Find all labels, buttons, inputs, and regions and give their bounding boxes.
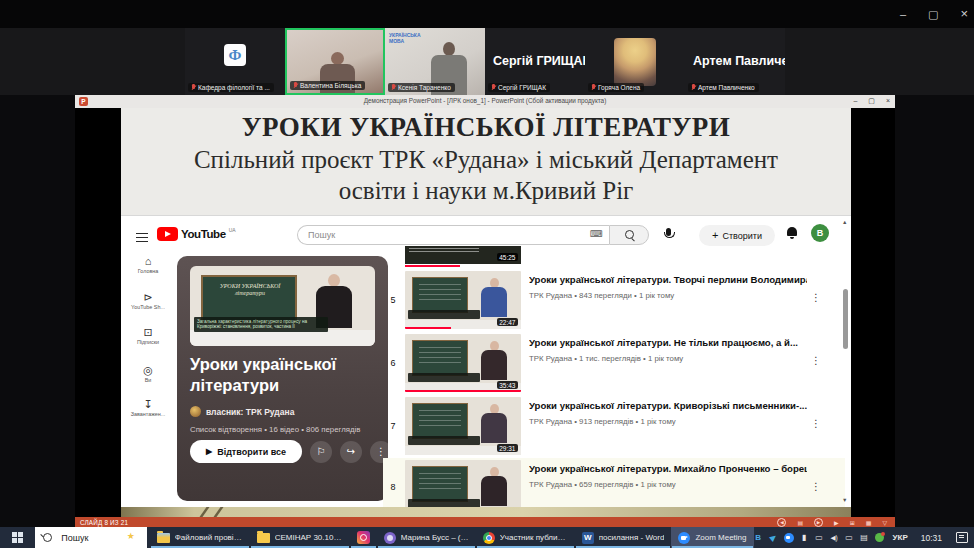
- video-thumbnail[interactable]: 35:43: [405, 334, 521, 392]
- search-icon: [625, 230, 634, 239]
- playlist-owner[interactable]: власник: ТРК Рудана: [190, 406, 294, 417]
- slideshow-view-button[interactable]: ▶: [834, 519, 839, 526]
- pen-tools-button[interactable]: ▤: [797, 519, 803, 526]
- video-duration: 45:25: [497, 253, 518, 261]
- video-title[interactable]: Уроки української літератури. Творчі пер…: [529, 274, 807, 285]
- participant-tile-bilyatska[interactable]: Валентина Біляцька: [285, 28, 385, 95]
- notifications-icon[interactable]: [787, 227, 797, 236]
- keyboard-icon[interactable]: ⌨: [590, 229, 603, 239]
- taskbar-app-file-explorer[interactable]: Файловий провід...: [150, 527, 250, 548]
- speaker-icon[interactable]: ◀): [830, 527, 839, 548]
- taskbar-app-messenger[interactable]: Марина Бусс – (1...: [377, 527, 476, 548]
- language-indicator[interactable]: УКР: [890, 533, 911, 542]
- playlist-title[interactable]: Уроки української літератури: [190, 354, 380, 396]
- next-slide-button[interactable]: ▶: [814, 518, 823, 527]
- video-index: 6: [385, 358, 401, 368]
- sidebar-item-home[interactable]: ⌂ Головна: [121, 255, 175, 274]
- participant-tile-kafedra[interactable]: Ф Кафедра філології та ...: [185, 28, 285, 95]
- display-icon[interactable]: ▭: [845, 527, 854, 548]
- participant-tile-taranenko[interactable]: УКРАЇНСЬКА МОВА Ксенія Тараненко: [385, 28, 485, 95]
- zoom-close-button[interactable]: ×: [960, 6, 968, 22]
- search-button[interactable]: [609, 225, 649, 245]
- profile-icon: ◎: [121, 364, 175, 376]
- video-menu-button[interactable]: ⋮: [811, 292, 821, 303]
- save-playlist-button[interactable]: ⚐: [310, 441, 332, 463]
- action-center-icon[interactable]: [956, 532, 968, 543]
- video-meta: ТРК Рудана • 1 тис. переглядів • 1 рік т…: [529, 354, 683, 363]
- video-thumbnail[interactable]: [405, 460, 521, 508]
- taskbar-app-word[interactable]: W посилання - Word: [575, 527, 672, 548]
- presenter-status-bar: СЛАЙД 8 ИЗ 21 ◀ ▤ ▶ ▶ ⊞ ▦ ▽: [75, 517, 895, 527]
- taskbar-search-input[interactable]: Пошук ★: [35, 527, 146, 548]
- video-thumbnail[interactable]: 22:47: [405, 271, 521, 329]
- taskbar-app-chrome[interactable]: Участник публика...: [476, 527, 575, 548]
- word-icon: W: [582, 532, 594, 544]
- play-all-button[interactable]: ▶ Відтворити все: [190, 440, 302, 463]
- sidebar-item-subscriptions[interactable]: ⊡ Підписки: [121, 326, 175, 345]
- playlist-thumbnail[interactable]: УРОКИ УКРАЇНСЬКОЇ літератури Загальна ха…: [190, 266, 375, 346]
- video-thumbnail[interactable]: 45:25: [405, 246, 521, 264]
- account-avatar[interactable]: B: [811, 224, 829, 242]
- video-menu-button[interactable]: ⋮: [811, 355, 821, 366]
- screen-capture-icon[interactable]: ▭: [815, 527, 824, 548]
- previous-slide-button[interactable]: ◀: [777, 518, 786, 527]
- participant-avatar-photo: [614, 38, 656, 86]
- video-title[interactable]: Уроки української літератури. Михайло Пр…: [529, 463, 807, 474]
- video-thumbnail[interactable]: 29:31: [405, 397, 521, 455]
- more-options-button[interactable]: ▽: [882, 519, 887, 526]
- zoom-maximize-button[interactable]: ▢: [928, 6, 938, 22]
- telegram-icon[interactable]: ▶: [764, 527, 782, 547]
- menu-icon[interactable]: [136, 233, 148, 242]
- voice-search-icon[interactable]: [666, 228, 671, 236]
- clock[interactable]: 10:31: [917, 533, 946, 543]
- sidebar-item-shorts[interactable]: ⊳ YouTube Sh...: [121, 291, 175, 310]
- video-menu-button[interactable]: ⋮: [811, 481, 821, 492]
- zoom-window-titlebar: – ▢ ×: [0, 0, 974, 28]
- search-input[interactable]: Пошук ⌨: [297, 225, 609, 245]
- zoom-view-button[interactable]: ▦: [866, 519, 872, 526]
- downloads-icon: ↧: [121, 398, 175, 410]
- video-index: 8: [385, 482, 401, 492]
- video-duration: 22:47: [497, 318, 518, 326]
- participant-tile-goryacha[interactable]: Горяча Олена: [585, 28, 685, 95]
- microphone-tray-icon[interactable]: ▮: [800, 527, 809, 548]
- video-menu-button[interactable]: ⋮: [811, 418, 821, 429]
- watch-progress-bar: [405, 265, 460, 268]
- grid-view-button[interactable]: ⊞: [850, 519, 855, 526]
- scrollbar-thumb[interactable]: [843, 289, 848, 349]
- zoom-minimize-button[interactable]: –: [900, 6, 906, 22]
- antivirus-icon[interactable]: [875, 533, 884, 542]
- mic-off-icon: [491, 84, 496, 91]
- thumbnail-caption: Загальна характеристика літературного пр…: [194, 317, 328, 332]
- zoom-tray-icon[interactable]: [784, 533, 794, 543]
- mic-off-icon: [191, 84, 196, 91]
- create-button[interactable]: + Створити: [699, 225, 775, 246]
- file-explorer-icon: [157, 533, 170, 543]
- ppt-close-button[interactable]: ×: [886, 96, 890, 106]
- youtube-region-label: UA: [229, 227, 236, 233]
- bluetooth-icon[interactable]: B: [754, 527, 763, 548]
- sidebar-item-you[interactable]: ◎ Ви: [121, 364, 175, 383]
- youtube-logo[interactable]: YouTube UA: [157, 227, 236, 241]
- scroll-down-icon[interactable]: ▼: [842, 497, 847, 503]
- participant-tile-gryshchak[interactable]: Сергій ГРИЩАК Сергій ГРИЩАК: [485, 28, 585, 95]
- taskbar-app-instagram[interactable]: [350, 527, 377, 548]
- video-title[interactable]: Уроки української літератури. Не тільки …: [529, 337, 807, 348]
- taskbar-search-placeholder: Пошук: [61, 533, 88, 543]
- video-meta: ТРК Рудана • 843 перегляди • 1 рік тому: [529, 291, 674, 300]
- network-drive-icon[interactable]: ▤: [860, 527, 869, 548]
- sidebar-item-downloads[interactable]: ↧ Завантажен...: [121, 398, 175, 417]
- search-icon: [43, 533, 52, 542]
- ppt-minimize-button[interactable]: –: [853, 96, 857, 106]
- ppt-restore-button[interactable]: ▢: [868, 96, 875, 106]
- start-button[interactable]: [0, 527, 35, 548]
- share-button[interactable]: ↪: [340, 441, 362, 463]
- participant-name-badge: Горяча Олена: [588, 83, 644, 92]
- taskbar-app-seminar-folder[interactable]: СЕМІНАР 30.10.25: [250, 527, 350, 548]
- participant-tile-pavlychenko[interactable]: Артем Павличе... Артем Павличенко: [685, 28, 785, 95]
- video-duration: 35:43: [497, 381, 518, 389]
- mic-off-icon: [591, 84, 596, 91]
- scroll-up-icon[interactable]: ▲: [842, 219, 847, 225]
- video-title[interactable]: Уроки української літератури. Криворізьк…: [529, 400, 807, 411]
- taskbar-app-zoom[interactable]: Zoom Meeting: [671, 527, 753, 548]
